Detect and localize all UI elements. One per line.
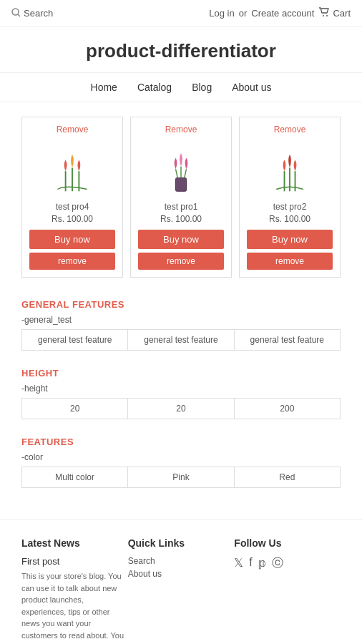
color-features-block: FEATURES -color Multi color Pink Red (21, 429, 341, 488)
product-image-2 (156, 139, 206, 196)
facebook-icon[interactable]: f (249, 556, 252, 571)
height-sub-heading: -height (21, 381, 341, 398)
general-cell-2: general test feature (128, 330, 234, 350)
footer-social-col: Follow Us 𝕏 f 𝕡 ⓒ (234, 537, 341, 644)
color-feature-row: Multi color Pink Red (21, 467, 341, 488)
color-features-heading: FEATURES (21, 429, 341, 450)
nav-about-us[interactable]: About us (232, 82, 271, 93)
height-cell-3: 200 (235, 399, 340, 419)
height-cell-1: 20 (22, 399, 128, 419)
search-label: Search (24, 8, 53, 19)
site-title: product-differentiator (0, 27, 362, 73)
product-price-3: Rs. 100.00 (247, 214, 333, 224)
remove-button-3[interactable]: remove (247, 253, 333, 270)
nav-blog[interactable]: Blog (192, 82, 212, 93)
header-right: Log in or Create account Cart (209, 7, 351, 19)
buy-now-button-1[interactable]: Buy now (29, 230, 115, 249)
remove-button-1[interactable]: remove (29, 253, 115, 270)
remove-link-2[interactable]: Remove (138, 125, 224, 135)
create-account-link[interactable]: Create account (251, 8, 314, 19)
product-image-1 (47, 139, 97, 196)
svg-point-3 (326, 15, 328, 16)
buy-now-button-3[interactable]: Buy now (247, 230, 333, 249)
nav-home[interactable]: Home (91, 82, 117, 93)
buy-now-button-2[interactable]: Buy now (138, 230, 224, 249)
footer-news-col: Latest News First post This is your stor… (21, 537, 128, 644)
nav-catalog[interactable]: Catalog (137, 82, 172, 93)
social-icons: 𝕏 f 𝕡 ⓒ (234, 556, 341, 571)
color-cell-2: Pink (128, 467, 234, 487)
instagram-icon[interactable]: ⓒ (272, 556, 283, 571)
footer-about-link[interactable]: About us (128, 569, 235, 579)
remove-link-1[interactable]: Remove (29, 125, 115, 135)
color-cell-3: Red (235, 467, 340, 487)
footer-news-title: Latest News (21, 537, 128, 549)
svg-point-0 (12, 9, 19, 15)
general-cell-3: general test feature (235, 330, 340, 350)
footer-follow-title: Follow Us (234, 537, 341, 549)
svg-line-10 (185, 169, 187, 177)
product-name-2: test pro1 (138, 202, 224, 212)
product-card-1: Remove test pro4 Rs. 100.00 Buy now remo… (21, 117, 123, 278)
cart-area[interactable]: Cart (318, 7, 351, 19)
search-icon (11, 8, 21, 19)
product-name-3: test pro2 (247, 202, 333, 212)
footer-post-title[interactable]: First post (21, 556, 128, 567)
svg-line-1 (18, 14, 20, 16)
general-feature-row: general test feature general test featur… (21, 329, 341, 351)
product-price-2: Rs. 100.00 (138, 214, 224, 224)
footer-search-link[interactable]: Search (128, 556, 235, 566)
product-price-1: Rs. 100.00 (29, 214, 115, 224)
product-card-3: Remove test pro2 Rs. 100.00 Buy now remo… (239, 117, 341, 278)
footer-links-col: Quick Links Search About us (128, 537, 235, 644)
remove-button-2[interactable]: remove (138, 253, 224, 270)
color-sub-heading: -color (21, 450, 341, 467)
height-feature-row: 20 20 200 (21, 398, 341, 419)
height-block: HEIGHT -height 20 20 200 (21, 361, 341, 419)
or-text: or (239, 8, 248, 19)
general-features-block: GENERAL FEATURES -general_test general t… (21, 292, 341, 351)
main-nav: Home Catalog Blog About us (0, 73, 362, 102)
search-area[interactable]: Search (11, 8, 53, 19)
product-grid: Remove test pro4 Rs. 100.00 Buy now remo… (0, 102, 362, 285)
twitter-icon[interactable]: 𝕏 (234, 556, 243, 571)
footer-links-title: Quick Links (128, 537, 235, 549)
general-sub-heading: -general_test (21, 313, 341, 329)
product-name-1: test pro4 (29, 202, 115, 212)
svg-point-2 (323, 15, 324, 16)
pinterest-icon[interactable]: 𝕡 (258, 556, 266, 571)
height-cell-2: 20 (128, 399, 234, 419)
footer: Latest News First post This is your stor… (0, 519, 362, 644)
svg-line-8 (176, 169, 178, 177)
product-image-3 (265, 139, 315, 196)
color-cell-1: Multi color (22, 467, 128, 487)
svg-rect-7 (176, 177, 187, 191)
height-heading: HEIGHT (21, 361, 341, 381)
header: Search Log in or Create account Cart (0, 0, 362, 27)
login-link[interactable]: Log in (209, 8, 234, 19)
product-card-2: Remove test pro1 Rs. 100.00 Buy now remo… (130, 117, 232, 278)
cart-label[interactable]: Cart (333, 8, 351, 19)
remove-link-3[interactable]: Remove (247, 125, 333, 135)
general-cell-1: general test feature (22, 330, 128, 350)
general-features-heading: GENERAL FEATURES (21, 292, 341, 313)
cart-icon (318, 7, 330, 19)
footer-post-text: This is your store's blog. You can use i… (21, 570, 128, 644)
features-section: GENERAL FEATURES -general_test general t… (0, 285, 362, 505)
